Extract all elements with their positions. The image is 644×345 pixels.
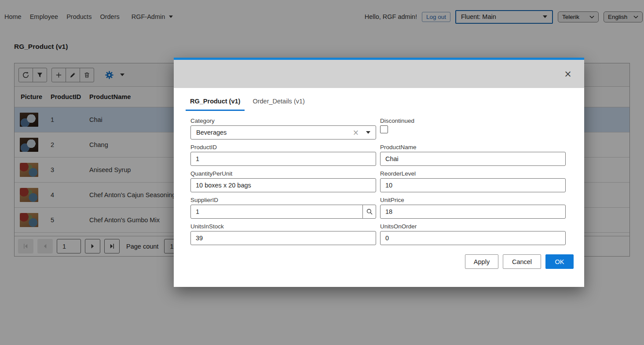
clear-icon[interactable]: × (353, 129, 359, 136)
discontinued-label: Discontinued (380, 117, 566, 124)
category-value: Beverages (196, 129, 353, 136)
dialog-header[interactable]: × (174, 60, 584, 88)
cancel-button[interactable]: Cancel (503, 254, 541, 269)
quantity-per-unit-label: QuantityPerUnit (190, 170, 376, 177)
tab-order-details[interactable]: Order_Details (v1) (248, 98, 309, 111)
field-units-in-stock: UnitsInStock (190, 223, 376, 245)
field-product-name: ProductName (380, 144, 566, 166)
category-label: Category (190, 117, 376, 124)
units-on-order-label: UnitsOnOrder (380, 223, 566, 230)
unit-price-label: UnitPrice (380, 197, 566, 203)
search-icon (366, 208, 373, 215)
quantity-per-unit-input[interactable] (190, 178, 376, 192)
product-id-input[interactable] (190, 152, 376, 166)
product-id-label: ProductID (190, 144, 376, 150)
units-in-stock-label: UnitsInStock (190, 223, 376, 230)
supplier-id-label: SupplierID (190, 197, 376, 203)
edit-record-dialog: × RG_Product (v1) Order_Details (v1) Cat… (174, 58, 584, 287)
unit-price-input[interactable] (380, 205, 566, 219)
close-icon[interactable]: × (561, 67, 574, 81)
dialog-form: Category Beverages × Discontinued Produc… (190, 117, 566, 245)
field-product-id: ProductID (190, 144, 376, 166)
field-unit-price: UnitPrice (380, 197, 566, 219)
supplier-id-input[interactable] (190, 205, 363, 219)
supplier-lookup-button[interactable] (362, 205, 376, 219)
reorder-level-label: ReorderLevel (380, 170, 566, 177)
field-supplier-id: SupplierID (190, 197, 376, 219)
apply-button[interactable]: Apply (465, 254, 498, 269)
product-name-label: ProductName (380, 144, 566, 150)
dialog-tabs: RG_Product (v1) Order_Details (v1) (186, 98, 570, 111)
discontinued-checkbox[interactable] (380, 125, 388, 133)
dialog-buttons: Apply Cancel OK (174, 254, 574, 269)
category-combobox[interactable]: Beverages × (190, 125, 376, 139)
ok-button[interactable]: OK (545, 254, 574, 269)
tab-rg-product[interactable]: RG_Product (v1) (186, 98, 245, 111)
field-units-on-order: UnitsOnOrder (380, 223, 566, 245)
field-category: Category Beverages × (190, 117, 376, 139)
caret-down-icon[interactable] (366, 131, 370, 134)
field-discontinued: Discontinued (380, 117, 566, 139)
units-on-order-input[interactable] (380, 231, 566, 245)
product-name-input[interactable] (380, 152, 566, 166)
field-reorder-level: ReorderLevel (380, 170, 566, 192)
reorder-level-input[interactable] (380, 178, 566, 192)
field-quantity-per-unit: QuantityPerUnit (190, 170, 376, 192)
units-in-stock-input[interactable] (190, 231, 376, 245)
